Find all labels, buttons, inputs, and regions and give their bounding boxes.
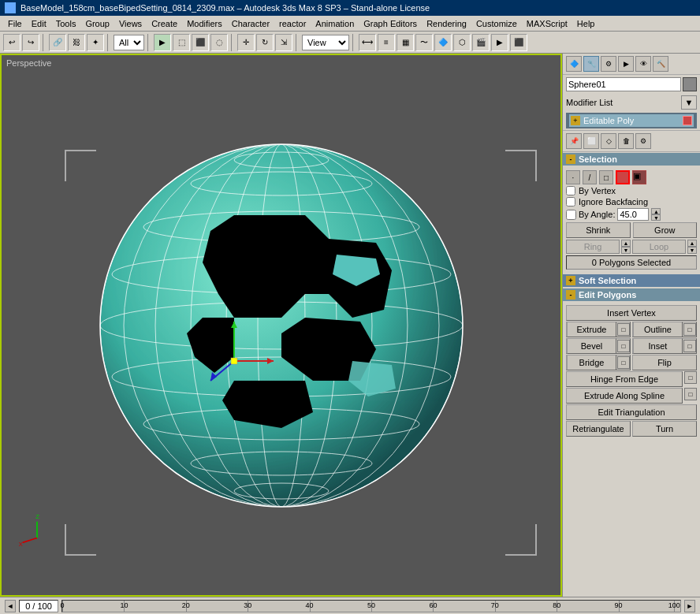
schematic-btn[interactable]: 🔷: [434, 34, 452, 51]
rotate-btn[interactable]: ↻: [256, 34, 274, 51]
loop-btn[interactable]: Loop: [632, 240, 686, 254]
select-region-btn[interactable]: ⬚: [173, 34, 190, 51]
layer-btn[interactable]: ▦: [397, 34, 414, 51]
redo-btn[interactable]: ↪: [22, 34, 39, 51]
remove-modifier-icon[interactable]: 🗑: [618, 133, 634, 149]
edit-polygons-toggle-icon[interactable]: -: [566, 290, 575, 300]
menu-reactor[interactable]: reactor: [274, 19, 311, 28]
undo-btn[interactable]: ↩: [3, 34, 20, 51]
menu-edit[interactable]: Edit: [27, 19, 51, 28]
object-name-input[interactable]: [566, 77, 681, 91]
select-region2-btn[interactable]: ⬛: [192, 34, 209, 51]
show-end-result-icon[interactable]: ⬜: [583, 133, 599, 149]
edit-triangulation-btn[interactable]: Edit Triangulation: [566, 404, 697, 420]
render-setup-btn[interactable]: 🎬: [472, 34, 490, 51]
motion-tab-icon[interactable]: ▶: [618, 56, 634, 72]
vertex-icon[interactable]: ·: [566, 170, 580, 184]
unlink-btn[interactable]: ⛓: [68, 34, 85, 51]
make-unique-icon[interactable]: ◇: [601, 133, 616, 149]
inset-settings-btn[interactable]: □: [683, 340, 696, 352]
viewport[interactable]: Perspective: [0, 54, 562, 597]
material-btn[interactable]: ⬡: [453, 34, 471, 51]
modifier-list-dropdown[interactable]: ▼: [681, 95, 697, 110]
hierarchy-tab-icon[interactable]: ⚙: [601, 56, 616, 72]
retriangulate-btn[interactable]: Retriangulate: [566, 421, 631, 437]
move-btn[interactable]: ✛: [237, 34, 255, 51]
menu-create[interactable]: Create: [147, 19, 182, 28]
bridge-settings-btn[interactable]: □: [617, 356, 630, 369]
extrude-along-spline-btn[interactable]: Extrude Along Spline: [566, 388, 683, 404]
lasso-btn[interactable]: ◌: [210, 34, 228, 51]
bridge-btn[interactable]: Bridge: [567, 355, 616, 370]
view-dropdown[interactable]: View: [302, 35, 349, 50]
insert-vertex-btn[interactable]: Insert Vertex: [566, 305, 697, 321]
menu-character[interactable]: Character: [227, 19, 274, 28]
bevel-btn[interactable]: Bevel: [567, 338, 616, 354]
grow-btn[interactable]: Grow: [633, 222, 698, 238]
ignore-backfacing-checkbox[interactable]: [566, 197, 575, 207]
utilities-tab-icon[interactable]: 🔨: [653, 56, 668, 72]
quick-render-btn[interactable]: ▶: [491, 34, 508, 51]
menu-customize[interactable]: Customize: [471, 19, 522, 28]
menu-graph-editors[interactable]: Graph Editors: [359, 19, 422, 28]
curve-editor-btn[interactable]: 〜: [415, 34, 433, 51]
select-link-btn[interactable]: 🔗: [49, 34, 66, 51]
menu-help[interactable]: Help: [572, 19, 600, 28]
timeline-next-btn[interactable]: ►: [684, 600, 695, 612]
extrude-settings-btn[interactable]: □: [617, 323, 630, 336]
soft-selection-toggle-icon[interactable]: +: [566, 276, 575, 285]
inset-btn[interactable]: Inset: [633, 338, 683, 354]
menu-tools[interactable]: Tools: [51, 19, 81, 28]
mirror-btn[interactable]: ⟷: [359, 34, 376, 51]
hinge-from-edge-btn[interactable]: Hinge From Edge: [566, 371, 683, 387]
extrude-along-spline-settings-btn[interactable]: □: [684, 388, 697, 400]
render-btn[interactable]: ⬛: [510, 34, 527, 51]
ring-spinner-up[interactable]: ▲: [621, 240, 631, 247]
modify-tab-icon[interactable]: 🔧: [583, 56, 599, 72]
polygon-icon[interactable]: [616, 170, 630, 184]
frame-counter[interactable]: 0 / 100: [19, 600, 58, 612]
timeline[interactable]: 0 10 20 30 40 50 60 70 80 90 100: [61, 600, 681, 612]
menu-rendering[interactable]: Rendering: [422, 19, 471, 28]
modifier-item-editable-poly[interactable]: + Editable Poly: [569, 114, 694, 127]
display-tab-icon[interactable]: 👁: [635, 56, 651, 72]
by-angle-spinner-up[interactable]: ▲: [651, 208, 661, 214]
hinge-settings-btn[interactable]: □: [684, 371, 697, 384]
ring-btn[interactable]: Ring: [566, 240, 620, 254]
edit-polygons-rollout-header[interactable]: - Edit Polygons: [563, 288, 700, 301]
flip-btn[interactable]: Flip: [632, 355, 697, 370]
menu-animation[interactable]: Animation: [311, 19, 359, 28]
bind-space-warp-btn[interactable]: ✦: [87, 34, 104, 51]
scale-btn[interactable]: ⇲: [275, 34, 292, 51]
by-angle-spinner-down[interactable]: ▼: [651, 214, 661, 221]
select-btn[interactable]: ▶: [154, 34, 171, 51]
menu-group[interactable]: Group: [80, 19, 114, 28]
border-icon[interactable]: □: [599, 170, 613, 184]
object-color-box[interactable]: [683, 77, 697, 91]
turn-btn[interactable]: Turn: [632, 421, 697, 437]
timeline-prev-btn[interactable]: ◄: [5, 600, 16, 612]
by-vertex-checkbox[interactable]: [566, 186, 575, 195]
element-icon[interactable]: ▣: [632, 170, 646, 184]
pin-stack-icon[interactable]: 📌: [566, 133, 582, 149]
shrink-btn[interactable]: Shrink: [566, 222, 631, 238]
create-tab-icon[interactable]: 🔷: [566, 56, 582, 72]
by-angle-checkbox[interactable]: [566, 210, 576, 220]
menu-maxscript[interactable]: MAXScript: [522, 19, 572, 28]
bevel-settings-btn[interactable]: □: [617, 340, 630, 352]
selection-rollout-header[interactable]: - Selection: [563, 153, 700, 166]
soft-selection-rollout-header[interactable]: + Soft Selection: [563, 274, 700, 287]
edge-icon[interactable]: /: [583, 170, 597, 184]
selection-toggle-icon[interactable]: -: [566, 154, 575, 164]
loop-spinner-up[interactable]: ▲: [687, 240, 697, 247]
menu-file[interactable]: File: [3, 19, 27, 28]
ring-spinner-down[interactable]: ▼: [621, 247, 631, 254]
configure-modifier-sets-icon[interactable]: ⚙: [635, 133, 651, 149]
selection-filter-dropdown[interactable]: All: [114, 35, 144, 50]
outline-settings-btn[interactable]: □: [683, 323, 696, 336]
loop-spinner-down[interactable]: ▼: [687, 247, 697, 254]
align-btn[interactable]: ≡: [378, 34, 395, 51]
by-angle-input[interactable]: [617, 208, 649, 221]
modifier-expand-icon[interactable]: +: [571, 116, 580, 125]
outline-btn[interactable]: Outline: [633, 322, 683, 337]
